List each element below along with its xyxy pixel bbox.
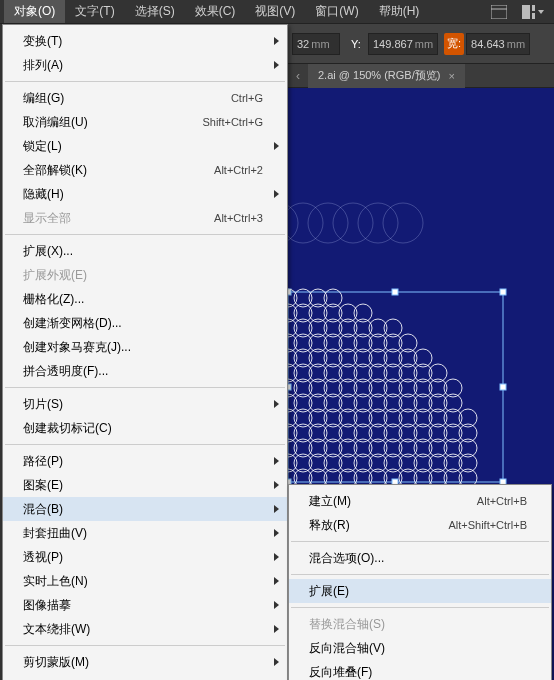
menu-bar: 对象(O) 文字(T) 选择(S) 效果(C) 视图(V) 窗口(W) 帮助(H… [0,0,554,24]
submenu-arrow-icon [274,481,279,489]
menu-type[interactable]: 文字(T) [65,0,124,23]
tab-close[interactable]: × [448,70,454,82]
menu-label: 扩展(X)... [23,243,263,260]
object-menu-item: 显示全部Alt+Ctrl+3 [3,206,287,230]
svg-rect-6 [288,289,291,295]
svg-point-15 [288,203,323,243]
tab-title: 2.ai @ 150% (RGB/预览) [318,68,440,83]
y-unit: mm [415,38,433,50]
menu-label: 实时上色(N) [23,573,263,590]
w-value: 84.643 [471,38,505,50]
svg-rect-3 [532,5,535,11]
object-menu-item[interactable]: 排列(A) [3,53,287,77]
y-value: 149.867 [373,38,413,50]
object-menu-item[interactable]: 栅格化(Z)... [3,287,287,311]
object-menu-item[interactable]: 图案(E) [3,473,287,497]
object-menu-item[interactable]: 变换(T) [3,29,287,53]
menu-label: 锁定(L) [23,138,263,155]
submenu-arrow-icon [274,601,279,609]
object-menu-item[interactable]: 取消编组(U)Shift+Ctrl+G [3,110,287,134]
svg-rect-12 [288,384,291,390]
menu-label: 混合(B) [23,501,263,518]
workspace-icon[interactable] [488,3,510,21]
object-menu-item[interactable]: 锁定(L) [3,134,287,158]
object-menu-item[interactable]: 剪切蒙版(M) [3,650,287,674]
object-menu-item[interactable]: 创建渐变网格(D)... [3,311,287,335]
menu-label: 扩展外观(E) [23,267,263,284]
object-menu-item: 扩展外观(E) [3,263,287,287]
object-menu-item[interactable]: 隐藏(H) [3,182,287,206]
menu-effect[interactable]: 效果(C) [185,0,246,23]
menu-window[interactable]: 窗口(W) [305,0,368,23]
object-menu-item[interactable]: 路径(P) [3,449,287,473]
arrange-icon[interactable] [522,3,544,21]
menu-label: 显示全部 [23,210,214,227]
menu-label: 释放(R) [309,517,448,534]
object-menu-item[interactable]: 扩展(X)... [3,239,287,263]
x-value: 32 [297,38,309,50]
menu-shortcut: Shift+Ctrl+G [202,116,263,128]
object-menu-item[interactable]: 创建对象马赛克(J)... [3,335,287,359]
blend-submenu-item[interactable]: 建立(M)Alt+Ctrl+B [289,489,551,513]
svg-point-16 [308,203,348,243]
w-unit: mm [507,38,525,50]
svg-rect-4 [532,13,535,19]
menu-label: 创建对象马赛克(J)... [23,339,263,356]
submenu-arrow-icon [274,529,279,537]
tab-prev[interactable]: ‹ [288,69,308,83]
submenu-arrow-icon [274,400,279,408]
object-menu-item[interactable]: 透视(P) [3,545,287,569]
submenu-arrow-icon [274,577,279,585]
object-menu-item[interactable]: 图像描摹 [3,593,287,617]
blend-submenu-item[interactable]: 扩展(E) [289,579,551,603]
blend-submenu-item[interactable]: 释放(R)Alt+Shift+Ctrl+B [289,513,551,537]
menu-separator [5,81,285,82]
menu-help[interactable]: 帮助(H) [369,0,430,23]
svg-rect-10 [392,289,398,295]
blend-submenu-item[interactable]: 反向混合轴(V) [289,636,551,660]
svg-point-14 [288,203,298,243]
object-menu-item[interactable]: 封套扭曲(V) [3,521,287,545]
menu-label: 替换混合轴(S) [309,616,527,633]
submenu-arrow-icon [274,61,279,69]
document-tab[interactable]: 2.ai @ 150% (RGB/预览) × [308,64,465,88]
submenu-arrow-icon [274,625,279,633]
submenu-arrow-icon [274,190,279,198]
object-menu-item[interactable]: 拼合透明度(F)... [3,359,287,383]
menu-label: 全部解锁(K) [23,162,214,179]
menu-separator [291,541,549,542]
object-menu-item[interactable]: 复合路径(O) [3,674,287,680]
object-menu-item[interactable]: 文本绕排(W) [3,617,287,641]
field-width[interactable]: 84.643 mm [466,33,530,55]
object-menu-item[interactable]: 实时上色(N) [3,569,287,593]
menu-shortcut: Ctrl+G [231,92,263,104]
menu-view[interactable]: 视图(V) [245,0,305,23]
object-menu-item[interactable]: 创建裁切标记(C) [3,416,287,440]
svg-point-18 [358,203,398,243]
blend-submenu-item[interactable]: 反向堆叠(F) [289,660,551,680]
object-menu-item[interactable]: 切片(S) [3,392,287,416]
x-unit: mm [311,38,329,50]
svg-rect-0 [491,5,507,19]
field-x[interactable]: 32 mm [292,33,340,55]
menu-separator [291,574,549,575]
submenu-arrow-icon [274,37,279,45]
blend-submenu-item: 替换混合轴(S) [289,612,551,636]
menu-separator [5,645,285,646]
submenu-arrow-icon [274,457,279,465]
menu-select[interactable]: 选择(S) [125,0,185,23]
object-menu-item[interactable]: 编组(G)Ctrl+G [3,86,287,110]
submenu-arrow-icon [274,142,279,150]
field-y[interactable]: 149.867 mm [368,33,438,55]
submenu-arrow-icon [274,553,279,561]
document-tab-bar: ‹ 2.ai @ 150% (RGB/预览) × [288,64,554,88]
menu-separator [291,607,549,608]
menu-shortcut: Alt+Shift+Ctrl+B [448,519,527,531]
menu-label: 图案(E) [23,477,263,494]
object-menu-item[interactable]: 混合(B) [3,497,287,521]
svg-rect-2 [522,5,530,19]
menu-object[interactable]: 对象(O) [4,0,65,23]
object-menu-item[interactable]: 全部解锁(K)Alt+Ctrl+2 [3,158,287,182]
menu-label: 反向堆叠(F) [309,664,527,681]
blend-submenu-item[interactable]: 混合选项(O)... [289,546,551,570]
